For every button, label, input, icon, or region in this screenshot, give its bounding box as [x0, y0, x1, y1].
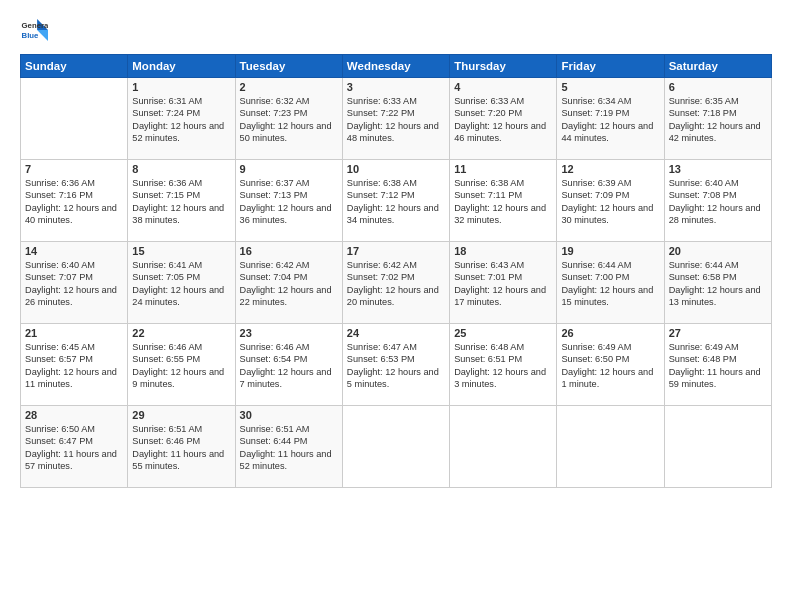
- day-number: 4: [454, 81, 552, 93]
- calendar-cell: 13Sunrise: 6:40 AMSunset: 7:08 PMDayligh…: [664, 160, 771, 242]
- cell-info: Sunrise: 6:36 AMSunset: 7:15 PMDaylight:…: [132, 177, 230, 227]
- cell-info: Sunrise: 6:46 AMSunset: 6:55 PMDaylight:…: [132, 341, 230, 391]
- calendar-cell: 24Sunrise: 6:47 AMSunset: 6:53 PMDayligh…: [342, 324, 449, 406]
- weekday-friday: Friday: [557, 55, 664, 78]
- cell-info: Sunrise: 6:33 AMSunset: 7:22 PMDaylight:…: [347, 95, 445, 145]
- cell-info: Sunrise: 6:36 AMSunset: 7:16 PMDaylight:…: [25, 177, 123, 227]
- week-row-2: 7Sunrise: 6:36 AMSunset: 7:16 PMDaylight…: [21, 160, 772, 242]
- calendar-cell: 28Sunrise: 6:50 AMSunset: 6:47 PMDayligh…: [21, 406, 128, 488]
- weekday-header-row: SundayMondayTuesdayWednesdayThursdayFrid…: [21, 55, 772, 78]
- week-row-3: 14Sunrise: 6:40 AMSunset: 7:07 PMDayligh…: [21, 242, 772, 324]
- cell-info: Sunrise: 6:40 AMSunset: 7:07 PMDaylight:…: [25, 259, 123, 309]
- cell-info: Sunrise: 6:38 AMSunset: 7:11 PMDaylight:…: [454, 177, 552, 227]
- day-number: 15: [132, 245, 230, 257]
- day-number: 6: [669, 81, 767, 93]
- calendar-cell: 17Sunrise: 6:42 AMSunset: 7:02 PMDayligh…: [342, 242, 449, 324]
- week-row-5: 28Sunrise: 6:50 AMSunset: 6:47 PMDayligh…: [21, 406, 772, 488]
- day-number: 28: [25, 409, 123, 421]
- header: General Blue: [20, 16, 772, 44]
- calendar-cell: 23Sunrise: 6:46 AMSunset: 6:54 PMDayligh…: [235, 324, 342, 406]
- calendar-cell: 9Sunrise: 6:37 AMSunset: 7:13 PMDaylight…: [235, 160, 342, 242]
- day-number: 30: [240, 409, 338, 421]
- day-number: 5: [561, 81, 659, 93]
- logo: General Blue: [20, 16, 48, 44]
- calendar-cell: 10Sunrise: 6:38 AMSunset: 7:12 PMDayligh…: [342, 160, 449, 242]
- cell-info: Sunrise: 6:48 AMSunset: 6:51 PMDaylight:…: [454, 341, 552, 391]
- day-number: 9: [240, 163, 338, 175]
- cell-info: Sunrise: 6:39 AMSunset: 7:09 PMDaylight:…: [561, 177, 659, 227]
- calendar-cell: 27Sunrise: 6:49 AMSunset: 6:48 PMDayligh…: [664, 324, 771, 406]
- weekday-thursday: Thursday: [450, 55, 557, 78]
- weekday-wednesday: Wednesday: [342, 55, 449, 78]
- calendar-cell: 19Sunrise: 6:44 AMSunset: 7:00 PMDayligh…: [557, 242, 664, 324]
- day-number: 2: [240, 81, 338, 93]
- calendar-cell: [664, 406, 771, 488]
- cell-info: Sunrise: 6:50 AMSunset: 6:47 PMDaylight:…: [25, 423, 123, 473]
- day-number: 25: [454, 327, 552, 339]
- calendar-cell: [557, 406, 664, 488]
- weekday-monday: Monday: [128, 55, 235, 78]
- cell-info: Sunrise: 6:42 AMSunset: 7:04 PMDaylight:…: [240, 259, 338, 309]
- calendar-cell: 12Sunrise: 6:39 AMSunset: 7:09 PMDayligh…: [557, 160, 664, 242]
- day-number: 27: [669, 327, 767, 339]
- calendar-cell: 18Sunrise: 6:43 AMSunset: 7:01 PMDayligh…: [450, 242, 557, 324]
- weekday-sunday: Sunday: [21, 55, 128, 78]
- day-number: 16: [240, 245, 338, 257]
- calendar-cell: 29Sunrise: 6:51 AMSunset: 6:46 PMDayligh…: [128, 406, 235, 488]
- day-number: 18: [454, 245, 552, 257]
- calendar-cell: 6Sunrise: 6:35 AMSunset: 7:18 PMDaylight…: [664, 78, 771, 160]
- weekday-saturday: Saturday: [664, 55, 771, 78]
- calendar-cell: 2Sunrise: 6:32 AMSunset: 7:23 PMDaylight…: [235, 78, 342, 160]
- calendar-cell: 1Sunrise: 6:31 AMSunset: 7:24 PMDaylight…: [128, 78, 235, 160]
- cell-info: Sunrise: 6:44 AMSunset: 7:00 PMDaylight:…: [561, 259, 659, 309]
- day-number: 19: [561, 245, 659, 257]
- cell-info: Sunrise: 6:44 AMSunset: 6:58 PMDaylight:…: [669, 259, 767, 309]
- week-row-4: 21Sunrise: 6:45 AMSunset: 6:57 PMDayligh…: [21, 324, 772, 406]
- calendar-cell: 16Sunrise: 6:42 AMSunset: 7:04 PMDayligh…: [235, 242, 342, 324]
- cell-info: Sunrise: 6:47 AMSunset: 6:53 PMDaylight:…: [347, 341, 445, 391]
- cell-info: Sunrise: 6:33 AMSunset: 7:20 PMDaylight:…: [454, 95, 552, 145]
- day-number: 20: [669, 245, 767, 257]
- day-number: 11: [454, 163, 552, 175]
- cell-info: Sunrise: 6:38 AMSunset: 7:12 PMDaylight:…: [347, 177, 445, 227]
- calendar-cell: 21Sunrise: 6:45 AMSunset: 6:57 PMDayligh…: [21, 324, 128, 406]
- cell-info: Sunrise: 6:51 AMSunset: 6:46 PMDaylight:…: [132, 423, 230, 473]
- calendar-cell: 15Sunrise: 6:41 AMSunset: 7:05 PMDayligh…: [128, 242, 235, 324]
- calendar-cell: 7Sunrise: 6:36 AMSunset: 7:16 PMDaylight…: [21, 160, 128, 242]
- calendar-cell: [450, 406, 557, 488]
- calendar-cell: 8Sunrise: 6:36 AMSunset: 7:15 PMDaylight…: [128, 160, 235, 242]
- day-number: 14: [25, 245, 123, 257]
- cell-info: Sunrise: 6:31 AMSunset: 7:24 PMDaylight:…: [132, 95, 230, 145]
- day-number: 26: [561, 327, 659, 339]
- day-number: 1: [132, 81, 230, 93]
- cell-info: Sunrise: 6:37 AMSunset: 7:13 PMDaylight:…: [240, 177, 338, 227]
- calendar-cell: 25Sunrise: 6:48 AMSunset: 6:51 PMDayligh…: [450, 324, 557, 406]
- day-number: 3: [347, 81, 445, 93]
- svg-text:General: General: [22, 21, 48, 30]
- week-row-1: 1Sunrise: 6:31 AMSunset: 7:24 PMDaylight…: [21, 78, 772, 160]
- logo-icon: General Blue: [20, 16, 48, 44]
- day-number: 21: [25, 327, 123, 339]
- day-number: 8: [132, 163, 230, 175]
- day-number: 29: [132, 409, 230, 421]
- cell-info: Sunrise: 6:45 AMSunset: 6:57 PMDaylight:…: [25, 341, 123, 391]
- calendar-cell: [342, 406, 449, 488]
- cell-info: Sunrise: 6:41 AMSunset: 7:05 PMDaylight:…: [132, 259, 230, 309]
- cell-info: Sunrise: 6:46 AMSunset: 6:54 PMDaylight:…: [240, 341, 338, 391]
- cell-info: Sunrise: 6:49 AMSunset: 6:50 PMDaylight:…: [561, 341, 659, 391]
- calendar-table: SundayMondayTuesdayWednesdayThursdayFrid…: [20, 54, 772, 488]
- day-number: 13: [669, 163, 767, 175]
- day-number: 12: [561, 163, 659, 175]
- day-number: 17: [347, 245, 445, 257]
- day-number: 22: [132, 327, 230, 339]
- day-number: 24: [347, 327, 445, 339]
- calendar-cell: [21, 78, 128, 160]
- calendar-cell: 4Sunrise: 6:33 AMSunset: 7:20 PMDaylight…: [450, 78, 557, 160]
- calendar-cell: 20Sunrise: 6:44 AMSunset: 6:58 PMDayligh…: [664, 242, 771, 324]
- cell-info: Sunrise: 6:34 AMSunset: 7:19 PMDaylight:…: [561, 95, 659, 145]
- cell-info: Sunrise: 6:49 AMSunset: 6:48 PMDaylight:…: [669, 341, 767, 391]
- calendar-cell: 22Sunrise: 6:46 AMSunset: 6:55 PMDayligh…: [128, 324, 235, 406]
- cell-info: Sunrise: 6:35 AMSunset: 7:18 PMDaylight:…: [669, 95, 767, 145]
- cell-info: Sunrise: 6:32 AMSunset: 7:23 PMDaylight:…: [240, 95, 338, 145]
- day-number: 10: [347, 163, 445, 175]
